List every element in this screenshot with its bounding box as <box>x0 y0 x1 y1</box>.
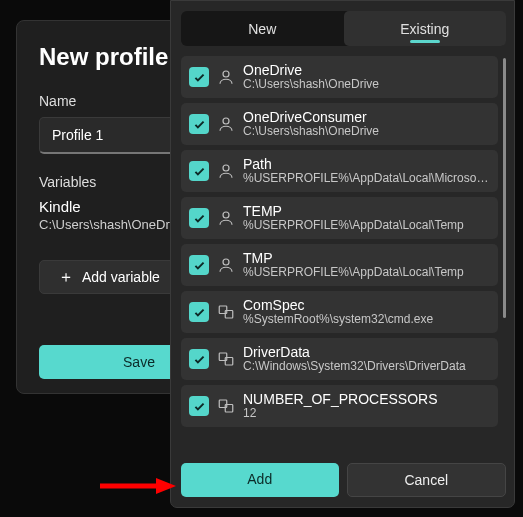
variable-title: NUMBER_OF_PROCESSORS <box>243 391 490 407</box>
callout-arrow-icon <box>98 476 176 496</box>
row-text: Path%USERPROFILE%\AppData\Local\Microsof… <box>243 156 490 186</box>
variable-title: TMP <box>243 250 490 266</box>
tab-bar: New Existing <box>181 11 506 46</box>
variable-subtitle: %USERPROFILE%\AppData\Local\Temp <box>243 219 490 233</box>
user-icon <box>217 209 235 227</box>
variable-row[interactable]: ComSpec%SystemRoot%\system32\cmd.exe <box>181 291 498 333</box>
user-icon <box>217 68 235 86</box>
variable-title: OneDrive <box>243 62 490 78</box>
checkbox[interactable] <box>189 114 209 134</box>
svg-point-4 <box>223 259 229 265</box>
checkbox[interactable] <box>189 396 209 416</box>
svg-point-0 <box>223 71 229 77</box>
row-text: ComSpec%SystemRoot%\system32\cmd.exe <box>243 297 490 327</box>
checkbox[interactable] <box>189 161 209 181</box>
svg-point-1 <box>223 118 229 124</box>
variable-title: DriverData <box>243 344 490 360</box>
system-icon <box>217 397 235 415</box>
checkbox[interactable] <box>189 255 209 275</box>
user-icon <box>217 256 235 274</box>
variable-row[interactable]: NUMBER_OF_PROCESSORS12 <box>181 385 498 427</box>
variable-subtitle: C:\Users\shash\OneDrive <box>243 78 490 92</box>
variable-title: OneDriveConsumer <box>243 109 490 125</box>
system-icon <box>217 350 235 368</box>
variable-subtitle: C:\Users\shash\OneDrive <box>243 125 490 139</box>
variable-title: ComSpec <box>243 297 490 313</box>
plus-icon: ＋ <box>58 269 74 285</box>
variable-subtitle: %USERPROFILE%\AppData\Local\Temp <box>243 266 490 280</box>
tab-existing[interactable]: Existing <box>344 11 507 46</box>
row-text: OneDriveConsumerC:\Users\shash\OneDrive <box>243 109 490 139</box>
checkbox[interactable] <box>189 208 209 228</box>
add-variable-button[interactable]: ＋ Add variable <box>39 260 179 294</box>
existing-variables-panel: New Existing OneDriveC:\Users\shash\OneD… <box>170 0 515 508</box>
variable-row[interactable]: TEMP%USERPROFILE%\AppData\Local\Temp <box>181 197 498 239</box>
add-button[interactable]: Add <box>181 463 339 497</box>
checkbox[interactable] <box>189 349 209 369</box>
variable-row[interactable]: DriverDataC:\Windows\System32\Drivers\Dr… <box>181 338 498 380</box>
user-icon <box>217 162 235 180</box>
scrollbar[interactable] <box>503 56 506 451</box>
dialog-buttons: Add Cancel <box>181 463 506 497</box>
user-icon <box>217 115 235 133</box>
variable-subtitle: %SystemRoot%\system32\cmd.exe <box>243 313 490 327</box>
variable-title: TEMP <box>243 203 490 219</box>
variable-row[interactable]: OneDriveC:\Users\shash\OneDrive <box>181 56 498 98</box>
row-text: TMP%USERPROFILE%\AppData\Local\Temp <box>243 250 490 280</box>
variable-subtitle: %USERPROFILE%\AppData\Local\Microsoft\..… <box>243 172 490 186</box>
variable-row[interactable]: OneDriveConsumerC:\Users\shash\OneDrive <box>181 103 498 145</box>
variables-list: OneDriveC:\Users\shash\OneDriveOneDriveC… <box>181 56 506 451</box>
row-text: OneDriveC:\Users\shash\OneDrive <box>243 62 490 92</box>
svg-point-3 <box>223 212 229 218</box>
variable-row[interactable]: Path%USERPROFILE%\AppData\Local\Microsof… <box>181 150 498 192</box>
variable-title: Path <box>243 156 490 172</box>
checkbox[interactable] <box>189 302 209 322</box>
scrollbar-thumb[interactable] <box>503 58 506 318</box>
system-icon <box>217 303 235 321</box>
cancel-button[interactable]: Cancel <box>347 463 507 497</box>
variable-row[interactable]: TMP%USERPROFILE%\AppData\Local\Temp <box>181 244 498 286</box>
tab-new[interactable]: New <box>181 11 344 46</box>
variable-subtitle: 12 <box>243 407 490 421</box>
svg-point-2 <box>223 165 229 171</box>
checkbox[interactable] <box>189 67 209 87</box>
variable-subtitle: C:\Windows\System32\Drivers\DriverData <box>243 360 490 374</box>
row-text: TEMP%USERPROFILE%\AppData\Local\Temp <box>243 203 490 233</box>
row-text: DriverDataC:\Windows\System32\Drivers\Dr… <box>243 344 490 374</box>
add-variable-label: Add variable <box>82 269 160 285</box>
row-text: NUMBER_OF_PROCESSORS12 <box>243 391 490 421</box>
